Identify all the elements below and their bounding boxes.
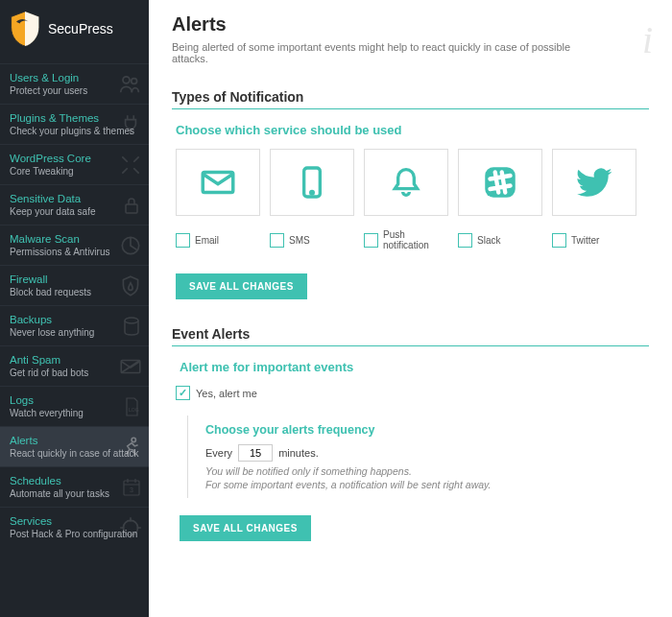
info-icon: i xyxy=(642,17,653,62)
calendar-icon: 3 xyxy=(120,476,143,499)
plug-icon xyxy=(118,112,143,137)
sidebar-item-users-login[interactable]: Users & Login Protect your users xyxy=(0,63,149,104)
sidebar-item-anti-spam[interactable]: Anti Spam Get rid of bad bots xyxy=(0,345,149,386)
save-button-notifications[interactable]: SAVE ALL CHANGES xyxy=(176,273,307,299)
arrows-icon xyxy=(118,153,143,178)
envelope-blocked-icon xyxy=(118,354,143,379)
phone-icon xyxy=(293,163,331,202)
service-tile-sms[interactable] xyxy=(270,149,354,216)
svg-point-1 xyxy=(132,78,137,83)
svg-point-4 xyxy=(125,318,138,323)
service-tile-slack[interactable] xyxy=(458,149,542,216)
service-checkboxes: Email SMS Push notification Slack Twitte… xyxy=(172,229,649,250)
svg-text:LOG: LOG xyxy=(129,407,139,413)
checkbox-label: Email xyxy=(195,235,219,246)
shield-logo-icon xyxy=(8,10,42,48)
radar-icon xyxy=(118,233,143,258)
sidebar-item-services[interactable]: Services Post Hack & Pro configuration xyxy=(0,507,149,547)
main-content: i Alerts Being alerted of some important… xyxy=(149,0,672,617)
svg-point-7 xyxy=(132,438,135,441)
save-button-events[interactable]: SAVE ALL CHANGES xyxy=(180,515,311,541)
checkbox-email[interactable] xyxy=(176,233,190,248)
shield-flame-icon xyxy=(118,273,143,298)
checkbox-label: SMS xyxy=(289,235,310,246)
sidebar: SecuPress Users & Login Protect your use… xyxy=(0,0,149,617)
bell-icon xyxy=(387,163,425,202)
frequency-hint-2: For some important events, a notificatio… xyxy=(205,479,649,490)
sidebar-item-logs[interactable]: Logs Watch everything LOG xyxy=(0,386,149,426)
sidebar-item-plugins-themes[interactable]: Plugins & Themes Check your plugins & th… xyxy=(0,104,149,144)
page-title: Alerts xyxy=(172,13,649,36)
frequency-hint-1: You will be notified only if something h… xyxy=(205,465,649,477)
running-person-icon xyxy=(118,435,143,460)
brand-area: SecuPress xyxy=(0,0,149,63)
section-title-notifications: Types of Notification xyxy=(172,89,649,105)
sidebar-item-sensitive-data[interactable]: Sensitive Data Keep your data safe xyxy=(0,184,149,225)
svg-rect-2 xyxy=(126,204,137,213)
checkbox-twitter[interactable] xyxy=(552,233,566,248)
page-description: Being alerted of some important events m… xyxy=(172,41,575,64)
service-tiles xyxy=(172,149,649,216)
checkbox-sms[interactable] xyxy=(270,233,284,248)
frequency-every-label: Every xyxy=(205,447,232,459)
mail-icon xyxy=(198,162,238,202)
sidebar-item-alerts[interactable]: Alerts React quickly in case of attack xyxy=(0,426,149,466)
service-tile-twitter[interactable] xyxy=(552,149,636,216)
service-tile-push[interactable] xyxy=(364,149,448,216)
database-icon xyxy=(120,315,143,338)
svg-point-10 xyxy=(123,520,137,534)
lock-icon xyxy=(120,194,143,217)
alert-me-label: Yes, alert me xyxy=(196,388,257,399)
svg-point-13 xyxy=(311,192,314,195)
section-title-events: Event Alerts xyxy=(172,326,649,342)
sidebar-item-malware-scan[interactable]: Malware Scan Permissions & Antivirus xyxy=(0,225,149,265)
section-divider xyxy=(172,345,649,346)
checkbox-slack[interactable] xyxy=(458,233,472,248)
sidebar-item-firewall[interactable]: Firewall Block bad requests xyxy=(0,265,149,305)
log-file-icon: LOG xyxy=(120,395,143,418)
checkbox-push[interactable] xyxy=(364,233,378,248)
brand-name: SecuPress xyxy=(48,21,113,36)
checkbox-label: Slack xyxy=(477,235,500,246)
users-icon xyxy=(116,71,143,98)
sidebar-nav: Users & Login Protect your users Plugins… xyxy=(0,63,149,617)
choose-service-heading: Choose which service should be used xyxy=(172,123,649,137)
checkbox-label: Push notification xyxy=(383,229,448,250)
sidebar-item-backups[interactable]: Backups Never lose anything xyxy=(0,305,149,345)
twitter-icon xyxy=(573,161,615,203)
service-tile-email[interactable] xyxy=(176,149,260,216)
frequency-block: Choose your alerts frequency Every minut… xyxy=(187,415,649,498)
sidebar-item-wordpress-core[interactable]: WordPress Core Core Tweaking xyxy=(0,144,149,184)
alert-me-heading: Alert me for important events xyxy=(176,360,649,374)
slack-icon xyxy=(480,162,520,202)
crosshair-icon xyxy=(118,515,143,540)
sidebar-item-schedules[interactable]: Schedules Automate all your tasks 3 xyxy=(0,466,149,507)
frequency-input[interactable] xyxy=(238,444,273,462)
checkbox-alert-me[interactable] xyxy=(176,386,190,400)
checkbox-label: Twitter xyxy=(571,235,599,246)
svg-point-0 xyxy=(123,76,130,83)
svg-text:3: 3 xyxy=(130,486,133,493)
frequency-minutes-label: minutes. xyxy=(278,447,319,459)
section-divider xyxy=(172,108,649,109)
frequency-title: Choose your alerts frequency xyxy=(205,423,649,437)
